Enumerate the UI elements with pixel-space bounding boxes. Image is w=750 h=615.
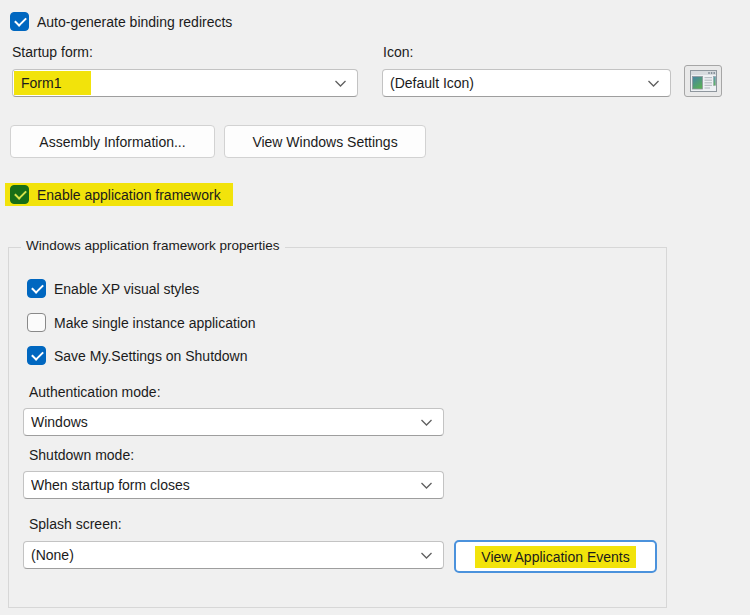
enable-application-framework-row: Enable application framework (5, 183, 233, 206)
view-application-events-button[interactable]: View Application Events (454, 540, 657, 573)
assembly-information-button[interactable]: Assembly Information... (10, 125, 215, 158)
chevron-down-icon (334, 79, 347, 88)
icon-label: Icon: (383, 44, 413, 60)
windows-application-framework-properties-group: Windows application framework properties… (8, 247, 667, 608)
enable-xp-visual-styles-checkbox[interactable] (27, 279, 46, 298)
group-title: Windows application framework properties (21, 238, 285, 253)
icon-value: (Default Icon) (390, 75, 474, 91)
save-my-settings-checkbox[interactable] (27, 346, 46, 365)
startup-form-label: Startup form: (12, 44, 93, 60)
view-application-events-label: View Application Events (475, 546, 635, 568)
chevron-down-icon (420, 481, 433, 490)
enable-application-framework-label: Enable application framework (37, 187, 221, 203)
enable-xp-visual-styles-row: Enable XP visual styles (27, 279, 199, 298)
save-my-settings-row: Save My.Settings on Shutdown (27, 346, 248, 365)
authentication-mode-label: Authentication mode: (29, 384, 161, 400)
chevron-down-icon (420, 551, 433, 560)
startup-form-value: Form1 (14, 71, 91, 95)
icon-dropdown[interactable]: (Default Icon) (382, 69, 671, 97)
auto-generate-binding-redirects-checkbox[interactable] (10, 12, 29, 31)
splash-screen-dropdown[interactable]: (None) (23, 541, 444, 569)
application-properties-page: { "colors": { "background": "#f0f0f0", "… (0, 0, 750, 615)
save-my-settings-label: Save My.Settings on Shutdown (54, 348, 248, 364)
view-windows-settings-button[interactable]: View Windows Settings (224, 125, 426, 158)
enable-xp-visual-styles-label: Enable XP visual styles (54, 281, 199, 297)
make-single-instance-label: Make single instance application (54, 315, 256, 331)
application-window-icon (690, 70, 717, 92)
shutdown-mode-value: When startup form closes (31, 477, 190, 493)
auto-generate-binding-redirects-label: Auto-generate binding redirects (37, 14, 232, 30)
splash-screen-label: Splash screen: (29, 516, 122, 532)
auto-generate-binding-redirects-row: Auto-generate binding redirects (10, 12, 232, 31)
splash-screen-value: (None) (31, 547, 74, 563)
authentication-mode-dropdown[interactable]: Windows (23, 408, 444, 436)
chevron-down-icon (647, 79, 660, 88)
make-single-instance-row: Make single instance application (27, 313, 256, 332)
browse-icon-button[interactable] (684, 65, 722, 97)
startup-form-dropdown[interactable]: Form1 (12, 69, 358, 97)
shutdown-mode-dropdown[interactable]: When startup form closes (23, 471, 444, 499)
authentication-mode-value: Windows (31, 414, 88, 430)
make-single-instance-checkbox[interactable] (27, 313, 46, 332)
enable-application-framework-checkbox[interactable] (10, 185, 29, 204)
shutdown-mode-label: Shutdown mode: (29, 447, 134, 463)
chevron-down-icon (420, 418, 433, 427)
